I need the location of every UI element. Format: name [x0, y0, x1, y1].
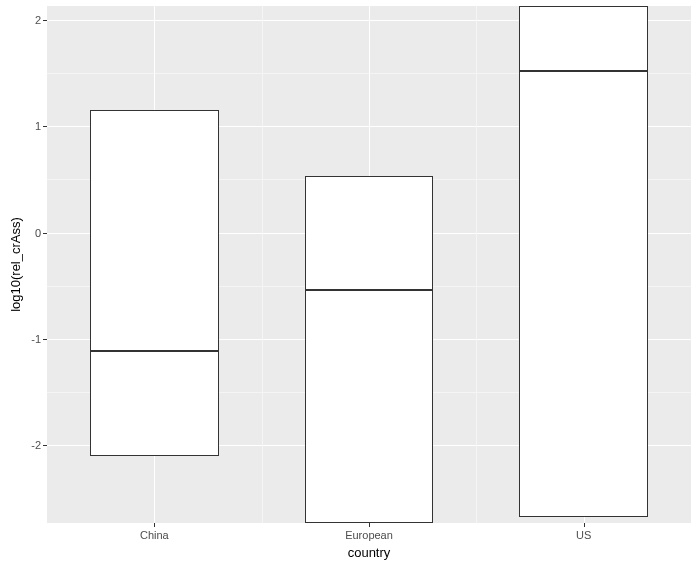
- gridline-v-minor: [262, 6, 263, 523]
- tick-y: [43, 445, 47, 446]
- box-european: [305, 176, 434, 523]
- median-china: [91, 350, 218, 352]
- tick-x-label: US: [576, 529, 591, 541]
- tick-x: [154, 523, 155, 527]
- tick-y: [43, 126, 47, 127]
- gridline-v-minor: [476, 6, 477, 523]
- tick-y-label: -2: [31, 439, 41, 451]
- tick-x: [369, 523, 370, 527]
- median-us: [520, 70, 647, 72]
- tick-y-label: -1: [31, 333, 41, 345]
- tick-y-label: 1: [35, 120, 41, 132]
- tick-x-label: European: [345, 529, 393, 541]
- median-european: [306, 289, 433, 291]
- axis-title-y: log10(rel_crAss): [8, 204, 23, 324]
- tick-x: [584, 523, 585, 527]
- box-china: [90, 110, 219, 456]
- boxplot-chart: -2-1012ChinaEuropeanUSlog10(rel_crAss)co…: [0, 0, 696, 565]
- box-us: [519, 6, 648, 517]
- axis-title-x: country: [329, 545, 409, 560]
- plot-panel: [47, 6, 691, 523]
- tick-y: [43, 20, 47, 21]
- tick-y-label: 0: [35, 227, 41, 239]
- tick-y: [43, 339, 47, 340]
- tick-y: [43, 233, 47, 234]
- tick-y-label: 2: [35, 14, 41, 26]
- tick-x-label: China: [140, 529, 169, 541]
